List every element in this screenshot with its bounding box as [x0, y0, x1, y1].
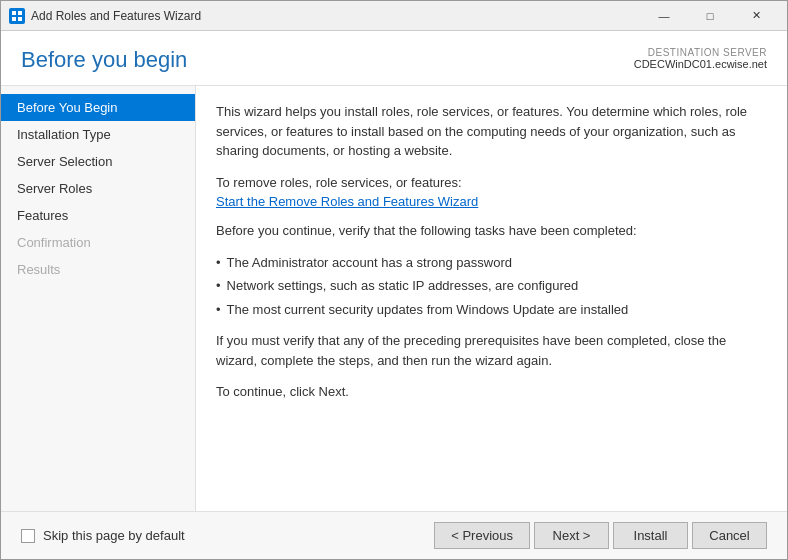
list-item: • The most current security updates from… [216, 300, 767, 320]
sidebar-item-before-you-begin[interactable]: Before You Begin [1, 94, 195, 121]
verify-paragraph: Before you continue, verify that the fol… [216, 221, 767, 241]
sidebar-item-results: Results [1, 256, 195, 283]
remove-roles-section: To remove roles, role services, or featu… [216, 173, 767, 210]
window-controls: — □ ✕ [641, 1, 779, 31]
window-title: Add Roles and Features Wizard [31, 9, 641, 23]
previous-button[interactable]: < Previous [434, 522, 530, 549]
header-section: Before you begin DESTINATION SERVER CDEC… [1, 31, 787, 86]
list-item: • The Administrator account has a strong… [216, 253, 767, 273]
prereq-paragraph: If you must verify that any of the prece… [216, 331, 767, 370]
skip-page-checkbox[interactable] [21, 529, 35, 543]
svg-rect-3 [18, 17, 22, 21]
svg-rect-1 [18, 11, 22, 15]
intro-paragraph: This wizard helps you install roles, rol… [216, 102, 767, 161]
sidebar: Before You Begin Installation Type Serve… [1, 86, 196, 511]
next-button[interactable]: Next > [534, 522, 609, 549]
list-item: • Network settings, such as static IP ad… [216, 276, 767, 296]
wizard-window: Add Roles and Features Wizard — □ ✕ Befo… [0, 0, 788, 560]
bullet-dot: • [216, 276, 221, 296]
sidebar-item-server-roles[interactable]: Server Roles [1, 175, 195, 202]
svg-rect-0 [12, 11, 16, 15]
remove-label: To remove roles, role services, or featu… [216, 173, 767, 193]
svg-rect-2 [12, 17, 16, 21]
bullet-dot: • [216, 253, 221, 273]
page-title: Before you begin [21, 47, 187, 73]
skip-page-checkbox-area: Skip this page by default [21, 528, 434, 543]
prerequisites-list: • The Administrator account has a strong… [216, 253, 767, 320]
minimize-button[interactable]: — [641, 1, 687, 31]
skip-page-label: Skip this page by default [43, 528, 185, 543]
title-bar: Add Roles and Features Wizard — □ ✕ [1, 1, 787, 31]
sidebar-item-installation-type[interactable]: Installation Type [1, 121, 195, 148]
server-name: CDECWinDC01.ecwise.net [634, 58, 767, 70]
destination-label: DESTINATION SERVER [634, 47, 767, 58]
install-button[interactable]: Install [613, 522, 688, 549]
sidebar-item-server-selection[interactable]: Server Selection [1, 148, 195, 175]
continue-paragraph: To continue, click Next. [216, 382, 767, 402]
cancel-button[interactable]: Cancel [692, 522, 767, 549]
sidebar-item-features[interactable]: Features [1, 202, 195, 229]
close-button[interactable]: ✕ [733, 1, 779, 31]
bullet-dot: • [216, 300, 221, 320]
main-area: Before You Begin Installation Type Serve… [1, 86, 787, 511]
maximize-button[interactable]: □ [687, 1, 733, 31]
remove-roles-link[interactable]: Start the Remove Roles and Features Wiza… [216, 194, 478, 209]
navigation-buttons: < Previous Next > Install Cancel [434, 522, 767, 549]
app-icon [9, 8, 25, 24]
content-area: Before you begin DESTINATION SERVER CDEC… [1, 31, 787, 559]
main-content: This wizard helps you install roles, rol… [196, 86, 787, 511]
footer-section: Skip this page by default < Previous Nex… [1, 511, 787, 559]
destination-server-info: DESTINATION SERVER CDECWinDC01.ecwise.ne… [634, 47, 767, 70]
sidebar-item-confirmation: Confirmation [1, 229, 195, 256]
